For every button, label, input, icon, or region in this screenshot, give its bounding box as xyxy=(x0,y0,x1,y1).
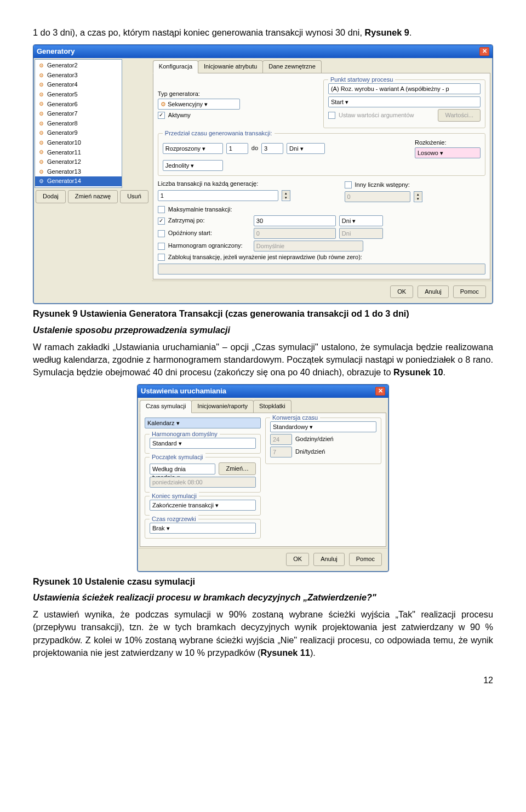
harm-select[interactable]: Standard ▾ xyxy=(150,438,256,449)
max-checkbox[interactable] xyxy=(158,206,165,213)
list-item[interactable]: ⚙Generator4 xyxy=(35,80,122,90)
stop-checkbox[interactable]: ✓ xyxy=(158,218,165,225)
list-item[interactable]: ⚙Generator3 xyxy=(35,71,122,81)
end-select[interactable]: Zakończenie transakcji ▾ xyxy=(150,500,256,511)
text: Dni xyxy=(289,145,299,152)
liczba-input[interactable]: 1 xyxy=(158,190,278,201)
type-select[interactable]: ⚙ Sekwencyjny ▾ xyxy=(158,99,240,110)
ok-button[interactable]: OK xyxy=(390,285,413,299)
cancel-button[interactable]: Anuluj xyxy=(418,285,449,299)
konwersja-select[interactable]: Standardowy ▾ xyxy=(270,421,376,432)
list-item[interactable]: ⚙Generator8 xyxy=(35,119,122,129)
list-item[interactable]: ⚙Generator6 xyxy=(35,100,122,110)
close-icon[interactable]: ✕ xyxy=(375,387,385,396)
start-mode-select[interactable]: Według dnia tygodnia ▾ xyxy=(150,464,215,474)
list-item-label: Generator6 xyxy=(47,100,78,109)
start-select[interactable]: Start ▾ xyxy=(328,96,481,107)
list-item-label: Generator13 xyxy=(47,168,81,176)
list-item[interactable]: ⚙Generator11 xyxy=(35,148,122,158)
zablokuj-input xyxy=(158,264,485,275)
active-checkbox[interactable]: ✓ xyxy=(158,112,165,119)
rozgrzewka-select[interactable]: Brak ▾ xyxy=(150,523,256,534)
text: 1 do 3 dni), a czas po, którym nastąpi k… xyxy=(33,27,364,37)
tab-stopklatki[interactable]: Stopklatki xyxy=(253,400,291,413)
label: Inny licznik wstępny: xyxy=(355,181,410,190)
gear-icon: ⚙ xyxy=(37,129,45,137)
tab-czas-symulacji[interactable]: Czas symulacji xyxy=(140,400,192,413)
fig-ref-9: Rysunek 9 xyxy=(364,27,409,37)
gear-icon: ⚙ xyxy=(37,139,45,147)
generator-list[interactable]: ⚙Generator2⚙Generator3⚙Generator4⚙Genera… xyxy=(35,59,122,188)
list-item[interactable]: ⚙Generator2 xyxy=(35,61,122,71)
label: do xyxy=(251,144,258,153)
help-button[interactable]: Pomoc xyxy=(349,553,382,566)
close-icon[interactable]: ✕ xyxy=(479,47,489,56)
gear-icon: ⚙ xyxy=(37,148,45,156)
list-item[interactable]: ⚙Generator13 xyxy=(35,167,122,177)
page-number: 12 xyxy=(33,674,493,687)
gear-icon: ⚙ xyxy=(37,62,45,70)
ok-button[interactable]: OK xyxy=(286,553,309,566)
tab-dane-zewnetrzne[interactable]: Dane zewnętrzne xyxy=(262,60,322,73)
opoz-checkbox[interactable] xyxy=(158,230,165,237)
list-item[interactable]: ⚙Generator14 xyxy=(35,176,122,186)
gear-icon: ⚙ xyxy=(37,100,45,108)
interval-unit-select[interactable]: Dni ▾ xyxy=(287,143,325,154)
godziny-input: 24 xyxy=(270,434,292,445)
label: Liczba transakcji na każdą generację: xyxy=(158,180,341,188)
rozlozenie-select[interactable]: Losowo ▾ xyxy=(415,147,481,158)
rename-button[interactable]: Zmień nazwę xyxy=(68,190,118,203)
dni-input: 7 xyxy=(270,447,292,458)
list-item[interactable]: ⚙Generator12 xyxy=(35,157,122,167)
titlebar: Ustawienia uruchamiania ✕ xyxy=(138,385,388,398)
interval-to-input[interactable]: 3 xyxy=(261,143,283,154)
cancel-button[interactable]: Anuluj xyxy=(313,553,345,566)
list-item-label: Generator2 xyxy=(47,61,78,70)
text: Zakończenie transakcji xyxy=(152,502,214,508)
tab-inicjowanie[interactable]: Inicjowanie atrybutu xyxy=(198,60,263,73)
start-process-select[interactable]: (A) Roz. wyrobu - wariant A (współbieżny… xyxy=(328,83,481,94)
list-item[interactable]: ⚙Generator7 xyxy=(35,109,122,119)
list-item-label: Generator11 xyxy=(47,148,81,157)
gear-icon: ⚙ xyxy=(37,81,45,89)
harm-checkbox[interactable] xyxy=(158,243,165,250)
generatory-dialog: Generatory ✕ ⚙Generator2⚙Generator3⚙Gene… xyxy=(33,44,493,304)
tab-inicjowanie-raporty[interactable]: Inicjowanie/raporty xyxy=(191,400,254,413)
text: . xyxy=(409,27,412,37)
stop-input[interactable]: 30 xyxy=(254,215,336,226)
stop-unit-select[interactable]: Dni ▾ xyxy=(339,215,383,226)
opoz-input: 0 xyxy=(254,228,336,239)
dialog-title: Generatory xyxy=(37,47,75,56)
interval-from-input[interactable]: 1 xyxy=(226,143,248,154)
text: Kalendarz xyxy=(147,420,175,426)
list-item[interactable]: ⚙Generator9 xyxy=(35,128,122,138)
label: Harmonogram ograniczony: xyxy=(168,242,250,250)
text: Standard xyxy=(152,440,177,447)
text: Losowo xyxy=(418,150,438,156)
wartosci-button[interactable]: Wartości... xyxy=(438,109,481,122)
zablokuj-checkbox[interactable] xyxy=(158,254,165,261)
text: Standardowy xyxy=(273,424,308,430)
list-item[interactable]: ⚙Generator10 xyxy=(35,138,122,148)
ustaw-arg-checkbox[interactable] xyxy=(328,112,335,119)
tab-konfiguracja[interactable]: Konfiguracja xyxy=(153,60,198,73)
kalendarz-select[interactable]: Kalendarz ▾ xyxy=(145,418,261,428)
label: Maksymalnie transakcji: xyxy=(168,205,232,214)
inny-checkbox[interactable] xyxy=(345,181,352,188)
text: Dni xyxy=(342,230,351,237)
help-button[interactable]: Pomoc xyxy=(453,285,486,299)
text: . xyxy=(443,367,445,377)
heading: Ustalenie sposobu przeprowadzenia symula… xyxy=(33,325,230,335)
zmien-button[interactable]: Zmień… xyxy=(219,462,256,476)
list-item-label: Generator3 xyxy=(47,71,78,80)
paragraph: Z ustawień wynika, że podczas symulacji … xyxy=(33,608,493,659)
gear-icon: ⚙ xyxy=(37,168,45,176)
label: Aktywny xyxy=(168,111,191,120)
jednolity-select[interactable]: Jednolity ▾ xyxy=(163,160,223,171)
label: Typ generatora: xyxy=(158,90,320,99)
list-item[interactable]: ⚙Generator5 xyxy=(35,90,122,100)
add-button[interactable]: Dodaj xyxy=(36,190,66,203)
interval-mode-select[interactable]: Rozproszony ▾ xyxy=(163,143,223,154)
delete-button[interactable]: Usuń xyxy=(120,190,148,203)
ustawienia-uruchamiania-dialog: Ustawienia uruchamiania ✕ Czas symulacji… xyxy=(137,384,389,572)
